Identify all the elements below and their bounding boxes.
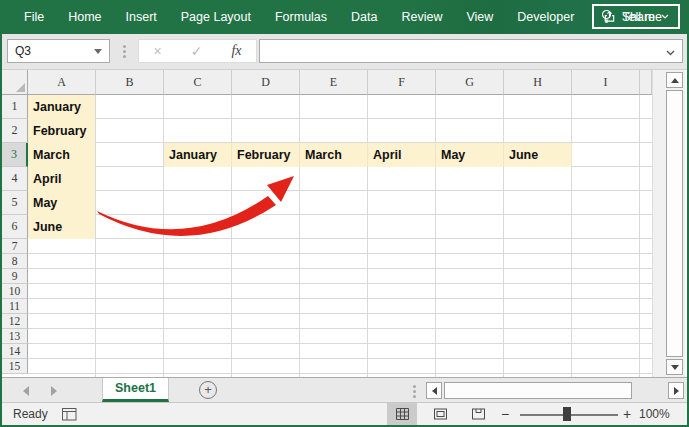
row-header-13[interactable]: 13 [2,329,28,344]
insert-function-button[interactable]: fx [231,43,241,59]
page-layout-view-button[interactable] [425,403,455,425]
row-headers: 123456789101112131415 [2,95,28,377]
row-header-14[interactable]: 14 [2,344,28,359]
share-button[interactable]: Share [592,4,680,29]
name-box-dropdown-icon[interactable] [94,49,102,54]
normal-view-icon [396,408,409,420]
row-header-4[interactable]: 4 [2,167,28,191]
new-sheet-button[interactable]: + [199,381,217,399]
cell-a2[interactable]: February [28,119,95,143]
horizontal-scrollbar-thumb[interactable] [444,382,632,399]
cell-d3[interactable]: February [232,143,300,167]
cell-e3[interactable]: March [300,143,368,167]
column-header-e[interactable]: E [300,70,368,95]
name-box[interactable]: Q3 [7,39,110,63]
enter-button[interactable]: ✓ [191,43,203,59]
status-bar: Ready − + 100% [2,402,687,425]
row-header-5[interactable]: 5 [2,191,28,215]
zoom-level-label[interactable]: 100% [639,407,670,421]
zoom-slider-thumb[interactable] [563,407,571,421]
formula-buttons: × ✓ fx [138,39,257,63]
formula-bar-separator [123,45,126,48]
column-header-h[interactable]: H [504,70,572,95]
column-header-partial [640,70,652,95]
row-header-15[interactable]: 15 [2,359,28,374]
worksheet-grid-lower[interactable] [28,239,652,377]
cell-a1[interactable]: January [28,95,95,119]
share-label: Share [622,10,655,24]
column-header-f[interactable]: F [368,70,436,95]
chevron-down-icon [661,14,669,19]
cell-h3[interactable]: June [504,143,572,167]
record-macro-icon[interactable] [62,408,77,421]
left-arrow-icon [432,387,437,395]
previous-sheet-button[interactable] [23,386,29,396]
window-border-left [0,0,2,427]
row-header-12[interactable]: 12 [2,314,28,329]
cell-f3[interactable]: April [368,143,436,167]
ribbon-tab-file[interactable]: File [12,0,56,34]
cell-a5[interactable]: May [28,191,95,215]
scroll-right-button[interactable] [668,382,684,399]
formula-bar-expand-icon[interactable] [666,50,675,56]
ribbon-tab-formulas[interactable]: Formulas [263,0,339,34]
select-all-triangle-icon [16,83,25,92]
vertical-scrollbar-thumb[interactable] [666,90,683,357]
ribbon-tabs: FileHomeInsertPage LayoutFormulasDataRev… [12,0,586,34]
ribbon-tab-developer[interactable]: Developer [505,0,586,34]
cell-g3[interactable]: May [436,143,504,167]
row-header-11[interactable]: 11 [2,299,28,314]
row-header-8[interactable]: 8 [2,254,28,269]
status-mode-label: Ready [13,407,48,421]
page-break-preview-icon [472,408,485,420]
ribbon-tab-bar: FileHomeInsertPage LayoutFormulasDataRev… [2,0,687,34]
ribbon-tab-insert[interactable]: Insert [114,0,169,34]
row-header-10[interactable]: 10 [2,284,28,299]
sheet-tab-bar: Sheet1 + [2,377,687,402]
column-header-d[interactable]: D [232,70,300,95]
tab-scrollbar-splitter[interactable] [413,385,416,388]
ribbon-tab-page-layout[interactable]: Page Layout [169,0,263,34]
up-arrow-icon [671,78,679,83]
select-all-button[interactable] [2,70,28,95]
cell-c3[interactable]: January [164,143,232,167]
column-header-b[interactable]: B [96,70,164,95]
scroll-left-button[interactable] [426,382,442,399]
row-header-6[interactable]: 6 [2,215,28,239]
cell-a4[interactable]: April [28,167,95,191]
normal-view-button[interactable] [387,403,417,425]
scroll-down-button[interactable] [666,359,683,375]
cancel-button[interactable]: × [153,43,161,59]
row-header-7[interactable]: 7 [2,239,28,254]
down-arrow-icon [671,365,679,370]
name-box-value: Q3 [15,44,31,58]
row-header-1[interactable]: 1 [2,95,28,119]
cell-a3[interactable]: March [28,143,95,167]
row-3-highlight-range: JanuaryFebruaryMarchAprilMayJune [164,143,572,167]
ribbon-tab-view[interactable]: View [454,0,505,34]
ribbon-tab-home[interactable]: Home [56,0,113,34]
column-header-g[interactable]: G [436,70,504,95]
worksheet-grid-upper[interactable] [28,95,652,239]
next-sheet-button[interactable] [51,386,57,396]
scroll-up-button[interactable] [666,72,683,88]
column-headers: ABCDEFGHI [28,70,652,95]
formula-bar: Q3 × ✓ fx [2,34,687,70]
row-header-9[interactable]: 9 [2,269,28,284]
column-header-a[interactable]: A [28,70,96,95]
ribbon-tab-data[interactable]: Data [339,0,389,34]
formula-input[interactable] [259,39,683,63]
row-header-3[interactable]: 3 [2,143,28,167]
page-break-preview-button[interactable] [463,403,493,425]
sheet-tab-sheet1[interactable]: Sheet1 [102,378,169,402]
share-icon [603,10,616,23]
zoom-out-button[interactable]: − [501,406,509,422]
ribbon-tab-review[interactable]: Review [389,0,454,34]
right-arrow-icon [674,387,679,395]
zoom-in-button[interactable]: + [623,406,631,422]
column-header-c[interactable]: C [164,70,232,95]
cell-a6[interactable]: June [28,215,95,239]
row-header-2[interactable]: 2 [2,119,28,143]
column-header-i[interactable]: I [572,70,640,95]
column-a-highlight-range: JanuaryFebruaryMarchAprilMayJune [28,95,96,239]
